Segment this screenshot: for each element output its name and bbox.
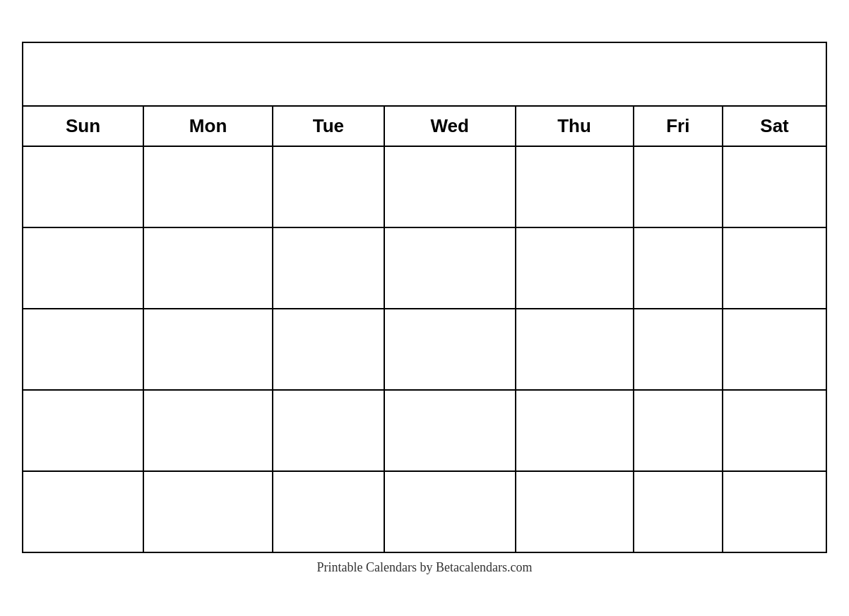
day-cell[interactable] [634, 227, 723, 309]
table-row [23, 227, 826, 309]
day-cell[interactable] [723, 471, 826, 552]
day-cell[interactable] [723, 309, 826, 390]
day-cell[interactable] [143, 146, 273, 227]
day-cell[interactable] [516, 146, 634, 227]
day-cell[interactable] [23, 309, 143, 390]
calendar-title-cell [23, 42, 826, 106]
day-cell[interactable] [23, 471, 143, 552]
header-sun: Sun [23, 106, 143, 146]
day-cell[interactable] [273, 227, 384, 309]
day-cell[interactable] [273, 471, 384, 552]
day-cell[interactable] [516, 471, 634, 552]
header-mon: Mon [143, 106, 273, 146]
day-cell[interactable] [273, 390, 384, 471]
day-cell[interactable] [384, 471, 516, 552]
day-cell[interactable] [634, 390, 723, 471]
day-cell[interactable] [143, 390, 273, 471]
day-cell[interactable] [384, 309, 516, 390]
day-cell[interactable] [634, 146, 723, 227]
calendar-table: Sun Mon Tue Wed Thu Fri Sat [22, 42, 827, 553]
day-cell[interactable] [143, 309, 273, 390]
day-cell[interactable] [384, 390, 516, 471]
table-row [23, 309, 826, 390]
header-fri: Fri [634, 106, 723, 146]
table-row [23, 146, 826, 227]
day-cell[interactable] [516, 309, 634, 390]
day-cell[interactable] [23, 227, 143, 309]
header-sat: Sat [723, 106, 826, 146]
calendar-body [23, 146, 826, 552]
header-thu: Thu [516, 106, 634, 146]
calendar-wrapper: Sun Mon Tue Wed Thu Fri Sat [22, 42, 827, 575]
day-cell[interactable] [634, 471, 723, 552]
footer-text: Printable Calendars by Betacalendars.com [22, 560, 827, 575]
day-cell[interactable] [384, 227, 516, 309]
day-cell[interactable] [723, 146, 826, 227]
day-cell[interactable] [723, 390, 826, 471]
day-cell[interactable] [143, 471, 273, 552]
table-row [23, 390, 826, 471]
header-tue: Tue [273, 106, 384, 146]
day-cell[interactable] [723, 227, 826, 309]
day-cell[interactable] [273, 146, 384, 227]
day-cell[interactable] [23, 146, 143, 227]
header-wed: Wed [384, 106, 516, 146]
day-cell[interactable] [516, 227, 634, 309]
day-cell[interactable] [23, 390, 143, 471]
table-row [23, 471, 826, 552]
day-cell[interactable] [634, 309, 723, 390]
day-header-row: Sun Mon Tue Wed Thu Fri Sat [23, 106, 826, 146]
title-row [23, 42, 826, 106]
day-cell[interactable] [516, 390, 634, 471]
day-cell[interactable] [143, 227, 273, 309]
day-cell[interactable] [273, 309, 384, 390]
day-cell[interactable] [384, 146, 516, 227]
